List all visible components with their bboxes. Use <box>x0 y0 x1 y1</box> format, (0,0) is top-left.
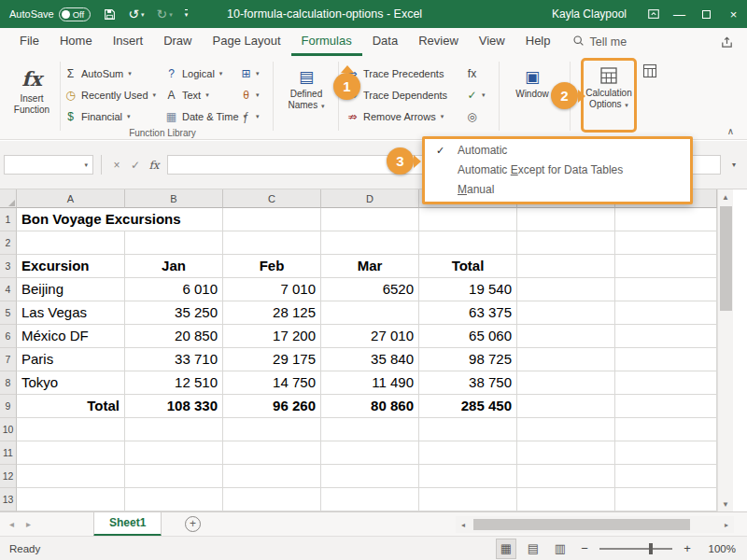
cell-B12[interactable] <box>125 465 223 488</box>
cell-A3[interactable]: Excursion <box>17 255 125 278</box>
sheet-tab-sheet1[interactable]: Sheet1 <box>93 512 162 537</box>
cell-A12[interactable] <box>17 465 125 488</box>
formula-bar-expand-icon[interactable]: ▾ <box>721 161 747 169</box>
cell-D11[interactable] <box>321 441 419 465</box>
enter-icon[interactable]: ✓ <box>126 159 145 172</box>
cell-B8[interactable]: 12 510 <box>125 371 223 395</box>
cell-F4[interactable] <box>517 278 615 301</box>
cell-C13[interactable] <box>223 488 321 511</box>
close-button[interactable]: × <box>720 0 747 28</box>
cancel-icon[interactable]: × <box>107 159 126 172</box>
zoom-slider[interactable] <box>599 548 672 550</box>
cell-F8[interactable] <box>517 371 615 395</box>
cell-D1[interactable] <box>321 208 419 231</box>
row-header-13[interactable]: 13 <box>0 488 17 511</box>
cell-A13[interactable] <box>17 488 125 511</box>
cell-C3[interactable]: Feb <box>223 255 321 278</box>
cell-F2[interactable] <box>517 231 615 255</box>
row-header-6[interactable]: 6 <box>0 325 17 348</box>
ribbon-display-options-icon[interactable] <box>641 7 666 21</box>
scroll-right-icon[interactable]: ▸ <box>719 517 734 532</box>
select-all-button[interactable] <box>0 189 17 208</box>
cell-E8[interactable]: 38 750 <box>419 371 517 395</box>
menu-item-manual[interactable]: Manual <box>425 180 690 200</box>
recently-used-button[interactable]: ◷Recently Used▾ <box>63 85 156 105</box>
cell-A6[interactable]: México DF <box>17 325 125 348</box>
cell-E7[interactable]: 98 725 <box>419 348 517 371</box>
cell-F5[interactable] <box>517 301 615 325</box>
cell-C6[interactable]: 17 200 <box>223 325 321 348</box>
column-header-C[interactable]: C <box>223 189 321 208</box>
autosum-button[interactable]: ΣAutoSum▾ <box>63 63 156 83</box>
cell-C10[interactable] <box>223 418 321 441</box>
tab-review[interactable]: Review <box>408 28 469 56</box>
cell-G5[interactable] <box>615 301 717 325</box>
cell-F12[interactable] <box>517 465 615 488</box>
cell-C8[interactable]: 14 750 <box>223 371 321 395</box>
cell-B11[interactable] <box>125 441 223 465</box>
cell-D2[interactable] <box>321 231 419 255</box>
tab-draw[interactable]: Draw <box>153 28 202 56</box>
menu-item-automatic-except-for-data-tables[interactable]: Automatic Except for Data Tables <box>425 161 690 180</box>
date-time-button[interactable]: ▦Date & Time▾ <box>164 106 247 126</box>
cell-A11[interactable] <box>17 441 125 465</box>
cell-C12[interactable] <box>223 465 321 488</box>
tell-me-search[interactable]: Tell me <box>572 28 627 56</box>
trace-dependents-button[interactable]: ⇒Trace Dependents <box>345 85 447 105</box>
tab-formulas[interactable]: Formulas <box>291 28 362 56</box>
cell-D3[interactable]: Mar <box>321 255 419 278</box>
cell-B7[interactable]: 33 710 <box>125 348 223 371</box>
row-header-10[interactable]: 10 <box>0 418 17 441</box>
cell-G2[interactable] <box>615 231 717 255</box>
cell-E12[interactable] <box>419 465 517 488</box>
save-icon[interactable] <box>104 8 116 21</box>
cell-G13[interactable] <box>615 488 717 511</box>
cell-C11[interactable] <box>223 441 321 465</box>
cell-E13[interactable] <box>419 488 517 511</box>
cell-G12[interactable] <box>615 465 717 488</box>
more-functions-button[interactable]: ƒ▾ <box>239 106 260 126</box>
sheet-nav-right-icon[interactable]: ▸ <box>26 512 31 537</box>
row-header-3[interactable]: 3 <box>0 255 17 278</box>
cell-D7[interactable]: 35 840 <box>321 348 419 371</box>
cell-B2[interactable] <box>125 231 223 255</box>
cell-G10[interactable] <box>615 418 717 441</box>
cell-D5[interactable] <box>321 301 419 325</box>
cell-B5[interactable]: 35 250 <box>125 301 223 325</box>
vertical-scrollbar-thumb[interactable] <box>720 206 732 311</box>
page-layout-view-icon[interactable]: ▤ <box>524 539 543 558</box>
trace-precedents-button[interactable]: ⇒Trace Precedents <box>345 63 447 83</box>
autosave-pill[interactable]: Off <box>59 7 92 21</box>
cell-F9[interactable] <box>517 395 615 418</box>
row-header-7[interactable]: 7 <box>0 348 17 371</box>
new-sheet-button[interactable]: + <box>185 516 201 532</box>
redo-icon[interactable]: ↻▾ <box>156 7 172 21</box>
evaluate-formula-button[interactable]: ◎ <box>465 106 486 126</box>
zoom-slider-thumb[interactable] <box>649 543 653 554</box>
name-box-dropdown-icon[interactable]: ▾ <box>79 161 92 169</box>
cell-F6[interactable] <box>517 325 615 348</box>
scroll-up-icon[interactable]: ▲ <box>718 189 733 204</box>
cell-G3[interactable] <box>615 255 717 278</box>
cell-D6[interactable]: 27 010 <box>321 325 419 348</box>
autosave-toggle[interactable]: AutoSave Off <box>9 7 91 21</box>
cell-E5[interactable]: 63 375 <box>419 301 517 325</box>
sheet-nav-left-icon[interactable]: ◂ <box>9 512 14 537</box>
zoom-out-button[interactable]: − <box>578 541 591 555</box>
row-header-11[interactable]: 11 <box>0 441 17 465</box>
cell-B10[interactable] <box>125 418 223 441</box>
tab-file[interactable]: File <box>9 28 49 56</box>
row-header-5[interactable]: 5 <box>0 301 17 325</box>
cell-A7[interactable]: Paris <box>17 348 125 371</box>
cell-B13[interactable] <box>125 488 223 511</box>
row-header-4[interactable]: 4 <box>0 278 17 301</box>
logical-button[interactable]: ?Logical▾ <box>164 63 247 83</box>
normal-view-icon[interactable]: ▦ <box>497 539 515 558</box>
cell-F13[interactable] <box>517 488 615 511</box>
row-header-1[interactable]: 1 <box>0 208 17 231</box>
row-header-12[interactable]: 12 <box>0 465 17 488</box>
scroll-left-icon[interactable]: ◂ <box>456 517 471 532</box>
row-header-2[interactable]: 2 <box>0 231 17 255</box>
cell-B3[interactable]: Jan <box>125 255 223 278</box>
column-header-D[interactable]: D <box>321 189 419 208</box>
